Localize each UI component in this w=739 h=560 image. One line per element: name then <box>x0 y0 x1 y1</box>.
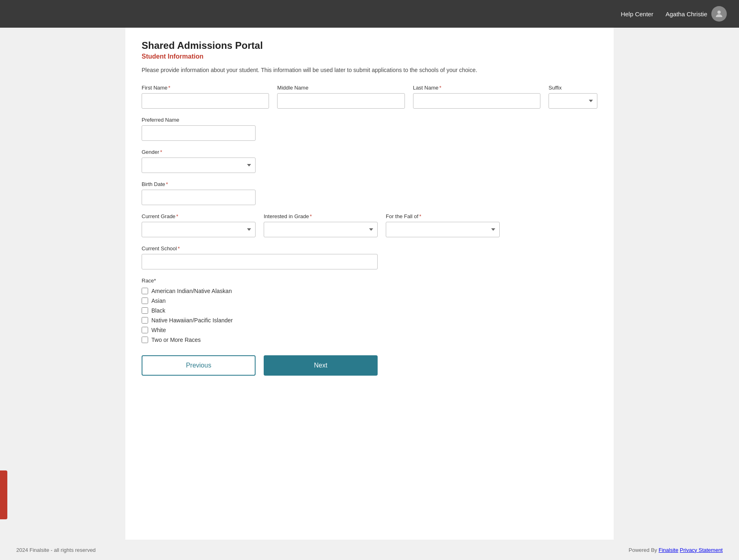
middle-name-label: Middle Name <box>277 85 404 91</box>
race-option-black: Black <box>142 307 597 314</box>
interested-grade-group: Interested in Grade* Kindergarten 1st Gr… <box>264 213 378 237</box>
race-checkbox-asian[interactable] <box>142 298 148 304</box>
next-button[interactable]: Next <box>264 355 378 376</box>
user-menu[interactable]: Agatha Christie <box>665 6 727 22</box>
birth-date-label: Birth Date* <box>142 181 256 187</box>
interested-grade-label: Interested in Grade* <box>264 213 378 219</box>
previous-button[interactable]: Previous <box>142 355 256 376</box>
current-grade-group: Current Grade* Kindergarten 1st Grade 2n… <box>142 213 256 237</box>
page-title: Shared Admissions Portal <box>142 40 597 51</box>
first-name-input[interactable] <box>142 93 269 109</box>
suffix-select[interactable]: Jr. Sr. II III IV <box>549 93 597 109</box>
privacy-statement-link[interactable]: Privacy Statement <box>680 547 723 553</box>
race-checkbox-american-indian[interactable] <box>142 288 148 294</box>
race-checkbox-two-or-more[interactable] <box>142 337 148 343</box>
preferred-name-row: Preferred Name <box>142 117 597 141</box>
interested-grade-select[interactable]: Kindergarten 1st Grade 2nd Grade 3rd Gra… <box>264 222 378 237</box>
name-row: First Name* Middle Name Last Name* Suffi… <box>142 85 597 109</box>
preferred-name-label: Preferred Name <box>142 117 256 123</box>
footer: 2024 Finalsite - all rights reserved Pow… <box>0 540 739 560</box>
header: Help Center Agatha Christie <box>0 0 739 28</box>
button-row: Previous Next <box>142 355 597 376</box>
fall-of-group: For the Fall of* 2024 2025 2026 2027 <box>386 213 500 237</box>
intro-text: Please provide information about your st… <box>142 67 597 73</box>
gender-label: Gender* <box>142 149 256 155</box>
race-option-american-indian: American Indian/Native Alaskan <box>142 288 597 294</box>
race-checkbox-black[interactable] <box>142 307 148 314</box>
race-option-two-or-more: Two or More Races <box>142 337 597 343</box>
red-accent-bar <box>0 470 7 519</box>
race-option-white: White <box>142 327 597 333</box>
birth-date-input[interactable] <box>142 190 256 205</box>
svg-point-0 <box>717 11 721 14</box>
grade-row: Current Grade* Kindergarten 1st Grade 2n… <box>142 213 597 237</box>
gender-select[interactable]: Male Female Non-Binary Other <box>142 158 256 173</box>
middle-name-group: Middle Name <box>277 85 404 109</box>
middle-name-input[interactable] <box>277 93 404 109</box>
race-option-native-hawaiian: Native Hawaiian/Pacific Islander <box>142 317 597 324</box>
birth-date-row: Birth Date* <box>142 181 597 205</box>
current-grade-select[interactable]: Kindergarten 1st Grade 2nd Grade 3rd Gra… <box>142 222 256 237</box>
preferred-name-input[interactable] <box>142 125 256 141</box>
footer-powered-by: Powered By Finalsite Privacy Statement <box>629 547 723 553</box>
fall-of-select[interactable]: 2024 2025 2026 2027 <box>386 222 500 237</box>
current-school-row: Current School* <box>142 245 597 269</box>
suffix-group: Suffix Jr. Sr. II III IV <box>549 85 597 109</box>
last-name-group: Last Name* <box>413 85 540 109</box>
birth-date-group: Birth Date* <box>142 181 256 205</box>
current-school-group: Current School* <box>142 245 378 269</box>
preferred-name-group: Preferred Name <box>142 117 256 141</box>
race-group: Race* American Indian/Native Alaskan Asi… <box>142 278 597 343</box>
fall-of-label: For the Fall of* <box>386 213 500 219</box>
last-name-label: Last Name* <box>413 85 540 91</box>
current-school-input[interactable] <box>142 254 378 269</box>
user-name: Agatha Christie <box>665 11 707 18</box>
current-grade-label: Current Grade* <box>142 213 256 219</box>
race-label: Race* <box>142 278 597 284</box>
race-option-asian: Asian <box>142 298 597 304</box>
current-school-label: Current School* <box>142 245 378 252</box>
section-title: Student Information <box>142 53 597 60</box>
suffix-label: Suffix <box>549 85 597 91</box>
avatar <box>711 6 727 22</box>
help-center-link[interactable]: Help Center <box>621 11 653 18</box>
finalsite-link[interactable]: Finalsite <box>658 547 678 553</box>
first-name-label: First Name* <box>142 85 269 91</box>
gender-group: Gender* Male Female Non-Binary Other <box>142 149 256 173</box>
first-name-group: First Name* <box>142 85 269 109</box>
main-content: Shared Admissions Portal Student Informa… <box>125 28 614 540</box>
race-checkbox-white[interactable] <box>142 327 148 333</box>
footer-copyright: 2024 Finalsite - all rights reserved <box>16 547 96 553</box>
last-name-input[interactable] <box>413 93 540 109</box>
race-checkbox-native-hawaiian[interactable] <box>142 317 148 324</box>
gender-row: Gender* Male Female Non-Binary Other <box>142 149 597 173</box>
